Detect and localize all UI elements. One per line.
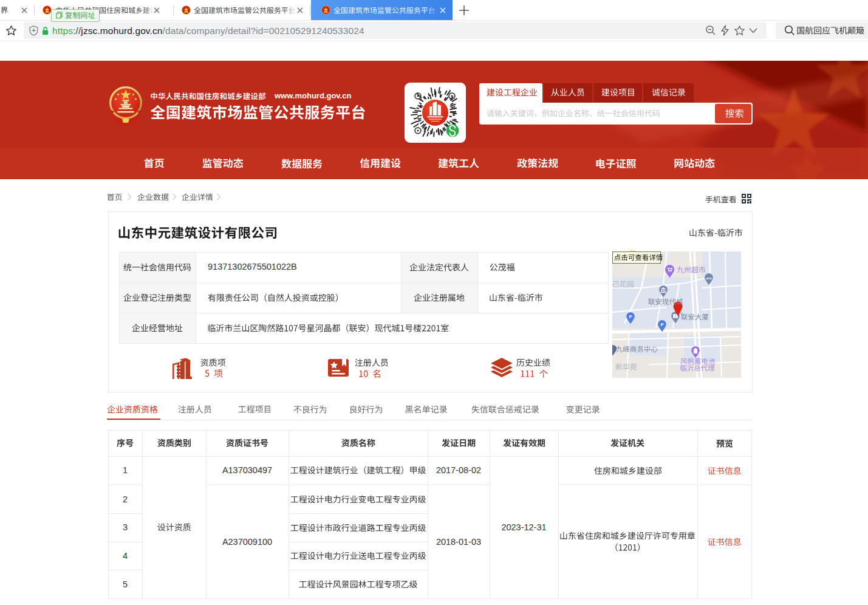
svg-text:P: P [660, 322, 663, 327]
svg-text:P: P [629, 314, 632, 320]
svg-text:ATM: ATM [706, 277, 712, 280]
